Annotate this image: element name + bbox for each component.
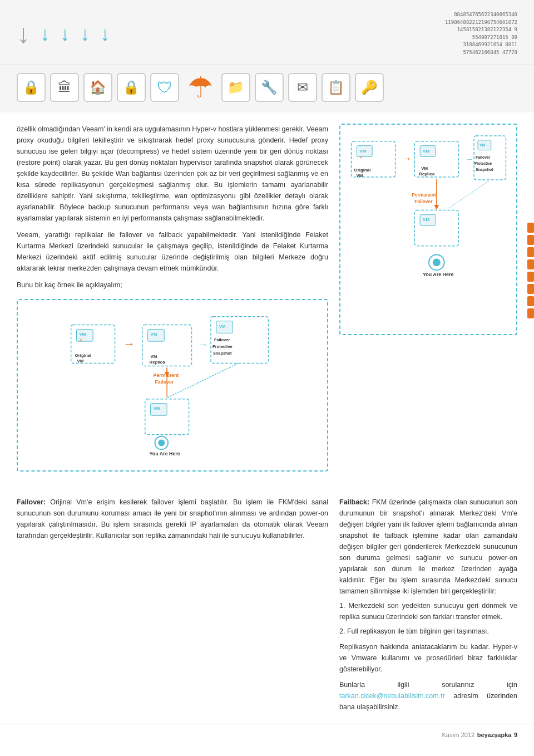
svg-text:VM: VM — [479, 143, 486, 147]
orange-rect-8 — [527, 308, 534, 318]
contact-line: Bunlarla ilgili sorularınız için tarkan.… — [339, 679, 517, 713]
svg-text:Snapshot: Snapshot — [213, 351, 232, 356]
svg-text:✕: ✕ — [79, 338, 82, 342]
svg-point-26 — [158, 440, 165, 446]
small-arrow-2: ↓ — [60, 24, 70, 44]
svg-text:Protective: Protective — [474, 161, 492, 165]
svg-text:VM: VM — [77, 359, 83, 364]
bottom-left: Failover: Orijinal Vm'e erişim kesilerek… — [17, 497, 328, 713]
svg-text:VM: VM — [219, 324, 226, 329]
orange-rect-6 — [527, 284, 534, 294]
svg-text:VM: VM — [356, 173, 363, 178]
orange-rect-3 — [527, 247, 534, 257]
orange-rect-4 — [527, 259, 534, 269]
svg-text:VM: VM — [359, 149, 366, 154]
svg-text:You Are Here: You Are Here — [150, 451, 180, 456]
lock-icon-2: 🔒 — [117, 73, 146, 102]
svg-point-57 — [433, 258, 441, 266]
contact-email-link[interactable]: tarkan.cicek@nebulabilisim.com.tr — [339, 692, 445, 700]
svg-text:VM: VM — [151, 332, 157, 337]
lock-icon-1: 🔒 — [17, 73, 46, 102]
svg-text:Snapshot: Snapshot — [476, 168, 493, 172]
svg-text:Failover: Failover — [155, 379, 174, 385]
orange-rect-7 — [527, 296, 534, 306]
bottom-section: Failover: Orijinal Vm'e erişim kesilerek… — [0, 491, 534, 718]
svg-text:Permanent: Permanent — [412, 192, 436, 198]
document-icon: 📋 — [322, 73, 350, 102]
footer-page: 9 — [514, 732, 517, 738]
footer-magazine: beyazşapka — [477, 732, 512, 738]
small-arrow-1: ↓ — [40, 24, 50, 44]
para2: Veeam, yarattığı replikalar ile failover… — [17, 229, 328, 274]
bottom-right: Failback: FKM üzerinde çalışmakta olan s… — [339, 497, 517, 713]
svg-line-55 — [448, 181, 489, 209]
left-diagram: VM ✕ Original VM → VM VM Replica → VM Fa… — [17, 299, 328, 472]
footer: Kasım 2012 beyazşapka 9 — [0, 724, 534, 745]
code-block: 884854765622340865340 119864882212190754… — [445, 11, 517, 56]
svg-text:Protective: Protective — [212, 344, 233, 349]
failover-body: Orijinal Vm'e erişim kesilerek failover … — [17, 498, 328, 539]
svg-text:VM: VM — [79, 332, 86, 337]
right-diagram-svg: VM ✕ Original VM → VM VM Replica → VM Fa… — [346, 130, 511, 328]
svg-text:Original: Original — [75, 353, 92, 358]
contact-prefix: Bunlarla ilgili sorularınız için — [339, 681, 517, 689]
orange-rect-5 — [527, 272, 534, 282]
right-column: VM ✕ Original VM → VM VM Replica → VM Fa… — [339, 124, 517, 480]
failover-label: Failover: — [17, 498, 46, 506]
svg-text:VM: VM — [154, 406, 160, 411]
umbrella-icon: ☂ — [184, 71, 217, 104]
svg-text:Failover: Failover — [414, 199, 433, 204]
svg-text:→: → — [123, 337, 135, 351]
orange-decorations — [527, 223, 534, 318]
small-arrow-4: ↓ — [100, 24, 110, 44]
footer-month-year: Kasım 2012 — [442, 732, 475, 738]
folder-icon: 📁 — [221, 73, 250, 102]
mail-icon: ✉ — [288, 73, 317, 102]
header-section: ↓ ↓ ↓ ↓ ↓ 884854765622340865340 11986488… — [0, 0, 534, 65]
failback-item2: 2. Full replikasyon ile tüm bilginin ger… — [339, 626, 517, 637]
main-content: özellik olmadığından Veeam' in kendi ara… — [0, 112, 534, 491]
arrows-row: ↓ ↓ ↓ ↓ ↓ — [17, 21, 110, 47]
icons-row: 🔒 🏛 🏠 🔒 🛡 ☂ 📁 🔧 ✉ 📋 🔑 — [0, 65, 534, 112]
svg-text:VM: VM — [423, 217, 429, 222]
svg-text:VM: VM — [151, 354, 157, 359]
svg-text:You Are Here: You Are Here — [423, 272, 453, 277]
shield-icon: 🛡 — [150, 73, 179, 102]
para3: Bunu bir kaç örnek ile açıklayalım; — [17, 279, 328, 291]
failback-body: FKM üzerinde çalışmakta olan sunucunun s… — [339, 498, 517, 595]
failback-label: Failback: — [339, 498, 369, 506]
svg-text:Failover: Failover — [476, 155, 491, 159]
big-arrow-1: ↓ — [17, 21, 30, 47]
failover-para: Failover: Orijinal Vm'e erişim kesilerek… — [17, 497, 328, 541]
svg-text:Replica: Replica — [419, 171, 435, 176]
svg-line-28 — [167, 364, 238, 398]
orange-rect-1 — [527, 223, 534, 233]
para1: özellik olmadığından Veeam' in kendi ara… — [17, 124, 328, 224]
right-diagram: VM ✕ Original VM → VM VM Replica → VM Fa… — [339, 124, 517, 335]
svg-text:Permanent: Permanent — [154, 372, 179, 378]
svg-text:Replica: Replica — [150, 360, 166, 365]
orange-rect-2 — [527, 235, 534, 245]
failback-closing: Replikasyon hakkında anlatacaklarım bu k… — [339, 641, 517, 675]
left-column: özellik olmadığından Veeam' in kendi ara… — [17, 124, 328, 480]
left-diagram-svg: VM ✕ Original VM → VM VM Replica → VM Fa… — [26, 308, 319, 462]
building-icon: 🏛 — [50, 73, 79, 102]
key-icon: 🔑 — [355, 73, 384, 102]
small-arrow-3: ↓ — [80, 24, 90, 44]
failback-item1: 1. Merkezdeki son yedekten sunucuyu geri… — [339, 600, 517, 622]
svg-text:→: → — [465, 155, 473, 164]
svg-text:→: → — [198, 339, 208, 350]
svg-text:VM: VM — [423, 149, 429, 154]
svg-text:VM: VM — [421, 166, 428, 171]
svg-text:✕: ✕ — [359, 155, 363, 159]
svg-text:→: → — [402, 153, 412, 164]
home-icon: 🏠 — [83, 73, 112, 102]
svg-text:Failover: Failover — [214, 337, 230, 342]
svg-text:Original: Original — [354, 168, 371, 173]
wrench-icon: 🔧 — [255, 73, 284, 102]
failback-para: Failback: FKM üzerinde çalışmakta olan s… — [339, 497, 517, 597]
